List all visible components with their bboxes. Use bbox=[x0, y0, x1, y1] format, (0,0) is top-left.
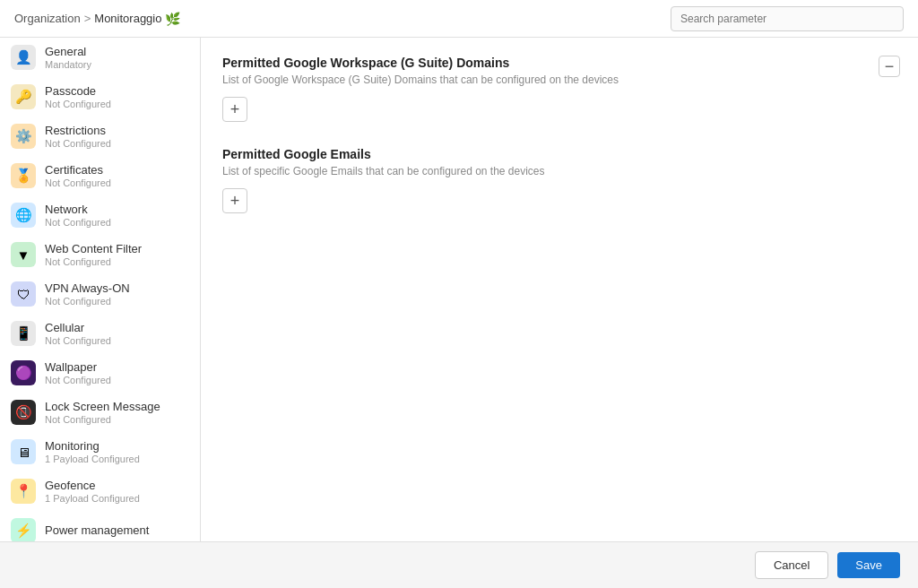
power-label: Power management bbox=[45, 523, 149, 537]
geofence-label: Geofence bbox=[45, 479, 140, 492]
network-label: Network bbox=[45, 203, 111, 216]
lockscreen-status: Not Configured bbox=[45, 414, 160, 425]
sidebar-item-power[interactable]: ⚡Power management bbox=[0, 511, 200, 541]
sidebar-item-lockscreen[interactable]: 📵Lock Screen MessageNot Configured bbox=[0, 393, 200, 432]
section-desc-gsuite: List of Google Workspace (G Suite) Domai… bbox=[222, 74, 896, 86]
monitoring-icon: 🖥 bbox=[11, 439, 36, 464]
add-button-emails[interactable]: + bbox=[222, 188, 247, 213]
wallpaper-status: Not Configured bbox=[45, 375, 111, 385]
section-gsuite: Permitted Google Workspace (G Suite) Dom… bbox=[222, 56, 896, 122]
cellular-status: Not Configured bbox=[45, 335, 111, 346]
save-button[interactable]: Save bbox=[837, 552, 900, 578]
topbar: Organization > Monitoraggio 🌿 bbox=[0, 0, 918, 38]
vpn-icon: 🛡 bbox=[11, 281, 36, 307]
section-emails: Permitted Google EmailsList of specific … bbox=[222, 147, 896, 213]
remove-button[interactable]: − bbox=[879, 56, 900, 77]
sidebar-item-webfilter[interactable]: ▼Web Content FilterNot Configured bbox=[0, 235, 200, 274]
lockscreen-icon: 📵 bbox=[11, 400, 36, 425]
restrictions-icon: ⚙️ bbox=[11, 124, 36, 149]
section-title-gsuite: Permitted Google Workspace (G Suite) Dom… bbox=[222, 56, 896, 70]
section-title-emails: Permitted Google Emails bbox=[222, 147, 896, 161]
breadcrumb-separator: > bbox=[84, 12, 91, 25]
certificates-label: Certificates bbox=[45, 163, 111, 177]
general-icon: 👤 bbox=[11, 45, 36, 70]
lockscreen-label: Lock Screen Message bbox=[45, 400, 160, 413]
webfilter-status: Not Configured bbox=[45, 256, 142, 267]
sidebar-item-vpn[interactable]: 🛡VPN Always-ONNot Configured bbox=[0, 274, 200, 314]
sidebar: 👤GeneralMandatory🔑PasscodeNot Configured… bbox=[0, 38, 201, 541]
breadcrumb-page: Monitoraggio bbox=[94, 12, 161, 25]
breadcrumb-org: Organization bbox=[14, 12, 81, 25]
sidebar-item-cellular[interactable]: 📱CellularNot Configured bbox=[0, 314, 200, 353]
wallpaper-label: Wallpaper bbox=[45, 360, 111, 374]
monitoring-label: Monitoring bbox=[45, 439, 140, 453]
network-status: Not Configured bbox=[45, 217, 111, 228]
geofence-icon: 📍 bbox=[11, 479, 36, 504]
sidebar-item-certificates[interactable]: 🏅CertificatesNot Configured bbox=[0, 156, 200, 195]
webfilter-icon: ▼ bbox=[11, 242, 36, 267]
webfilter-label: Web Content Filter bbox=[45, 242, 142, 255]
sidebar-item-geofence[interactable]: 📍Geofence1 Payload Configured bbox=[0, 471, 200, 511]
search-input[interactable] bbox=[671, 6, 904, 31]
add-button-gsuite[interactable]: + bbox=[222, 97, 247, 122]
section-desc-emails: List of specific Google Emails that can … bbox=[222, 165, 896, 177]
leaf-icon: 🌿 bbox=[165, 12, 180, 26]
main-layout: 👤GeneralMandatory🔑PasscodeNot Configured… bbox=[0, 38, 918, 541]
geofence-status: 1 Payload Configured bbox=[45, 493, 140, 504]
cancel-button[interactable]: Cancel bbox=[755, 551, 828, 579]
restrictions-status: Not Configured bbox=[45, 138, 111, 149]
bottombar: Cancel Save bbox=[0, 541, 918, 588]
cellular-label: Cellular bbox=[45, 321, 111, 334]
sidebar-item-restrictions[interactable]: ⚙️RestrictionsNot Configured bbox=[0, 117, 200, 156]
sidebar-item-network[interactable]: 🌐NetworkNot Configured bbox=[0, 195, 200, 235]
restrictions-label: Restrictions bbox=[45, 124, 111, 137]
passcode-status: Not Configured bbox=[45, 99, 111, 109]
sidebar-item-monitoring[interactable]: 🖥Monitoring1 Payload Configured bbox=[0, 432, 200, 471]
certificates-status: Not Configured bbox=[45, 177, 111, 188]
network-icon: 🌐 bbox=[11, 203, 36, 228]
power-icon: ⚡ bbox=[11, 518, 36, 541]
sidebar-item-wallpaper[interactable]: 🟣WallpaperNot Configured bbox=[0, 353, 200, 393]
vpn-label: VPN Always-ON bbox=[45, 281, 130, 295]
content-area: − Permitted Google Workspace (G Suite) D… bbox=[201, 38, 918, 541]
certificates-icon: 🏅 bbox=[11, 163, 36, 188]
cellular-icon: 📱 bbox=[11, 321, 36, 346]
wallpaper-icon: 🟣 bbox=[11, 360, 36, 385]
general-status: Mandatory bbox=[45, 59, 91, 70]
monitoring-status: 1 Payload Configured bbox=[45, 454, 140, 464]
sidebar-item-passcode[interactable]: 🔑PasscodeNot Configured bbox=[0, 77, 200, 117]
passcode-icon: 🔑 bbox=[11, 84, 36, 109]
sidebar-item-general[interactable]: 👤GeneralMandatory bbox=[0, 38, 200, 77]
passcode-label: Passcode bbox=[45, 84, 111, 98]
vpn-status: Not Configured bbox=[45, 296, 130, 307]
breadcrumb: Organization > Monitoraggio 🌿 bbox=[14, 12, 180, 26]
general-label: General bbox=[45, 45, 91, 58]
